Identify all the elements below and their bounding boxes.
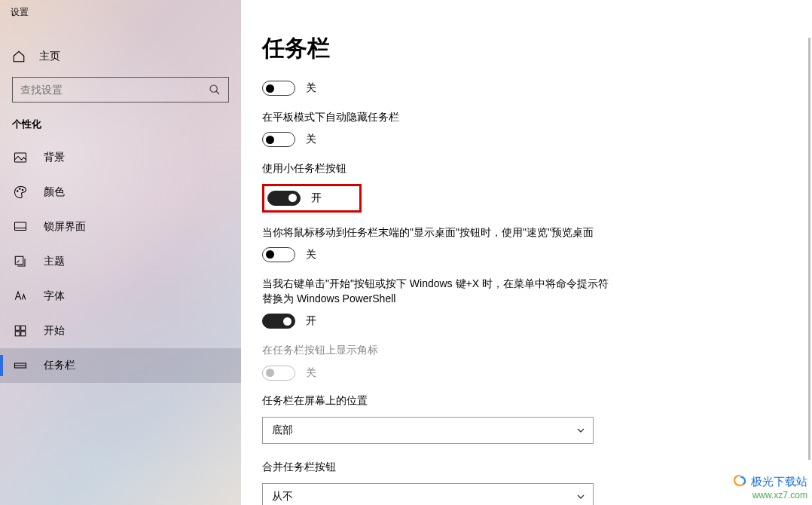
toggle-state: 关 bbox=[306, 248, 316, 262]
sidebar-nav: 背景 颜色 锁屏界面 主题 字体 开始 bbox=[0, 140, 241, 383]
taskbar-icon bbox=[14, 359, 27, 372]
scrollbar[interactable] bbox=[808, 38, 810, 460]
toggle-lock-taskbar-row: 关 bbox=[262, 81, 785, 96]
search-icon bbox=[209, 84, 221, 96]
toggle-peek-desktop[interactable] bbox=[262, 247, 295, 262]
svg-point-9 bbox=[22, 189, 23, 191]
toggle-small-buttons[interactable] bbox=[267, 191, 301, 206]
svg-rect-14 bbox=[15, 326, 20, 330]
picture-icon bbox=[14, 151, 27, 164]
sidebar-item-label: 开始 bbox=[44, 324, 65, 338]
label-autohide-tablet: 在平板模式下自动隐藏任务栏 bbox=[262, 109, 609, 124]
lockscreen-icon bbox=[14, 220, 27, 234]
sidebar-item-label: 任务栏 bbox=[44, 359, 75, 372]
settings-window: 设置 主页 个性化 bbox=[0, 0, 812, 505]
sidebar: 主页 个性化 背景 颜色 锁屏界面 bbox=[0, 0, 241, 505]
home-label: 主页 bbox=[39, 50, 60, 63]
toggle-state: 关 bbox=[306, 133, 316, 146]
sidebar-item-label: 主题 bbox=[44, 255, 65, 268]
sidebar-item-lockscreen[interactable]: 锁屏界面 bbox=[0, 210, 241, 244]
highlight-box: 开 bbox=[262, 184, 362, 213]
label-peek-desktop: 当你将鼠标移动到任务栏末端的"显示桌面"按钮时，使用"速览"预览桌面 bbox=[262, 225, 609, 240]
sidebar-item-label: 锁屏界面 bbox=[44, 220, 86, 234]
sidebar-item-label: 字体 bbox=[44, 289, 65, 303]
palette-icon bbox=[14, 185, 27, 199]
themes-icon bbox=[14, 255, 27, 268]
label-badges: 在任务栏按钮上显示角标 bbox=[262, 342, 609, 357]
toggle-state: 开 bbox=[306, 314, 316, 328]
window-title: 设置 bbox=[11, 6, 29, 19]
label-powershell: 当我右键单击"开始"按钮或按下 Windows 键+X 时，在菜单中将命令提示符… bbox=[262, 276, 609, 307]
svg-rect-10 bbox=[15, 222, 26, 231]
toggle-state: 关 bbox=[306, 366, 316, 380]
dropdown-value: 底部 bbox=[272, 424, 293, 437]
sidebar-item-background[interactable]: 背景 bbox=[0, 140, 241, 175]
search-box[interactable] bbox=[12, 77, 229, 103]
sidebar-item-taskbar[interactable]: 任务栏 bbox=[0, 348, 241, 383]
sidebar-item-colors[interactable]: 颜色 bbox=[0, 175, 241, 210]
titlebar: 设置 bbox=[0, 0, 812, 24]
toggle-state: 开 bbox=[311, 191, 322, 205]
main-content: 任务栏 关 在平板模式下自动隐藏任务栏 关 使用小任务栏按钮 开 当你将鼠标移动… bbox=[241, 0, 812, 505]
start-icon bbox=[14, 324, 27, 338]
label-small-buttons: 使用小任务栏按钮 bbox=[262, 161, 609, 176]
svg-rect-6 bbox=[15, 153, 26, 162]
toggle-state: 关 bbox=[306, 81, 316, 95]
dropdown-position[interactable]: 底部 bbox=[262, 417, 594, 444]
toggle-badges bbox=[262, 366, 295, 381]
heading-position: 任务栏在屏幕上的位置 bbox=[262, 394, 785, 408]
dropdown-combine[interactable]: 从不 bbox=[262, 483, 594, 505]
home-nav[interactable]: 主页 bbox=[0, 42, 241, 71]
svg-rect-17 bbox=[21, 332, 26, 336]
svg-rect-15 bbox=[21, 326, 26, 330]
font-icon bbox=[14, 289, 27, 303]
sidebar-item-start[interactable]: 开始 bbox=[0, 314, 241, 348]
section-title: 个性化 bbox=[0, 116, 241, 140]
dropdown-value: 从不 bbox=[272, 490, 293, 503]
toggle-lock-taskbar[interactable] bbox=[262, 81, 295, 96]
chevron-down-icon bbox=[576, 426, 585, 435]
toggle-powershell[interactable] bbox=[262, 314, 295, 329]
svg-line-5 bbox=[216, 91, 219, 94]
svg-point-8 bbox=[20, 188, 21, 190]
chevron-down-icon bbox=[576, 492, 585, 501]
page-title: 任务栏 bbox=[262, 33, 785, 64]
svg-point-7 bbox=[17, 191, 19, 192]
sidebar-item-themes[interactable]: 主题 bbox=[0, 244, 241, 279]
sidebar-item-label: 颜色 bbox=[44, 185, 65, 199]
heading-combine: 合并任务栏按钮 bbox=[262, 461, 785, 474]
svg-point-4 bbox=[210, 85, 217, 92]
search-input[interactable] bbox=[20, 84, 209, 96]
svg-rect-16 bbox=[15, 332, 20, 336]
sidebar-item-fonts[interactable]: 字体 bbox=[0, 279, 241, 314]
sidebar-item-label: 背景 bbox=[44, 151, 65, 164]
toggle-autohide-tablet[interactable] bbox=[262, 132, 295, 147]
home-icon bbox=[12, 50, 26, 63]
